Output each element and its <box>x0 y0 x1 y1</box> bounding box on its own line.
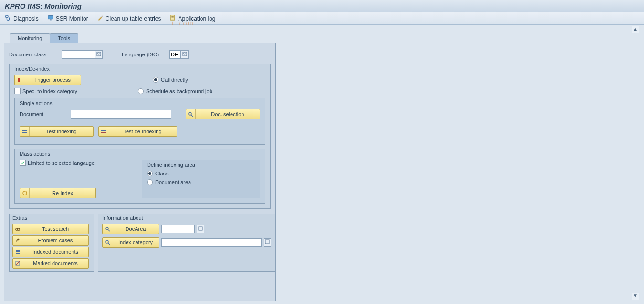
scroll-up-button[interactable]: ▲ <box>632 26 639 33</box>
group-mass-actions: Mass actions Limited to selected langaug… <box>14 149 265 204</box>
group-extras: Extras Test search Problem cases Indexed… <box>9 214 94 272</box>
tab-body-tools: Document class Language (ISO) Index/De-i… <box>4 43 276 301</box>
test-deindexing-button[interactable]: Test de-indexing <box>98 126 177 137</box>
button-label: Test indexing <box>30 129 93 134</box>
svg-point-1 <box>9 18 10 19</box>
button-label: Problem cases <box>22 238 88 243</box>
cleanup-button[interactable]: Clean up table entries <box>97 14 161 22</box>
docarea-f4-button[interactable] <box>197 225 204 233</box>
toolbar-label: Application log <box>178 15 215 22</box>
log-icon <box>169 14 176 22</box>
checkbox-label: Spec. to index category <box>22 88 77 94</box>
svg-point-6 <box>97 53 99 54</box>
group-info-about: Information about DocArea Index category <box>98 214 275 272</box>
trigger-process-button[interactable]: Trigger process <box>14 75 81 85</box>
svg-rect-20 <box>16 253 20 254</box>
indexcat-info-button[interactable]: Index category <box>102 237 159 248</box>
button-label: Index category <box>112 239 159 245</box>
window-title: KPRO IMS: Monitoring <box>0 0 644 12</box>
language-f4-button[interactable] <box>181 50 189 59</box>
area-class-radio[interactable] <box>147 171 153 176</box>
button-label: Test search <box>22 226 88 232</box>
radio-label: Document area <box>155 179 191 185</box>
svg-point-0 <box>6 15 8 18</box>
client-area: ▲ ▼ Monitoring Tools Document class Lang… <box>0 25 644 301</box>
diagnosis-button[interactable]: Diagnosis <box>5 14 39 22</box>
svg-rect-14 <box>101 130 106 131</box>
language-label: Language (ISO) <box>122 52 169 57</box>
radio-label: Call directly <box>161 77 188 83</box>
docarea-input[interactable] <box>161 225 195 233</box>
test-indexing-button[interactable]: Test indexing <box>20 126 94 137</box>
svg-rect-3 <box>50 20 52 21</box>
svg-rect-2 <box>48 16 53 19</box>
toolbar-label: Diagnosis <box>13 15 39 22</box>
limited-lang-checkbox[interactable] <box>20 160 26 166</box>
applog-button[interactable]: Application log <box>169 14 215 22</box>
test-search-button[interactable]: Test search <box>12 224 89 234</box>
indexed-docs-button[interactable]: Indexed documents <box>12 247 89 257</box>
group-title: Information about <box>102 215 271 221</box>
group-title: Index/De-index <box>14 66 265 72</box>
area-docarea-radio[interactable] <box>147 179 153 185</box>
svg-rect-25 <box>265 240 269 244</box>
group-define-area: Define indexing area Class Document area <box>142 160 260 198</box>
indexcat-input[interactable] <box>161 238 262 247</box>
svg-rect-23 <box>199 227 202 230</box>
scroll-down-button[interactable]: ▼ <box>632 293 639 300</box>
group-title: Single actions <box>20 100 260 106</box>
doc-class-f4-button[interactable] <box>95 50 103 59</box>
docarea-info-button[interactable]: DocArea <box>102 224 159 234</box>
radio-label: Schedule as background job <box>146 88 212 94</box>
binoculars-icon <box>13 224 22 234</box>
app-toolbar: Diagnosis SSR Monitor Clean up table ent… <box>0 12 644 25</box>
button-label: Marked documents <box>22 261 88 266</box>
doc-class-input[interactable] <box>62 50 95 59</box>
checkbox-label: Limited to selected langauge <box>28 160 95 166</box>
tab-monitoring[interactable]: Monitoring <box>10 33 50 43</box>
flag-icon <box>13 259 22 268</box>
problem-cases-button[interactable]: Problem cases <box>12 235 89 246</box>
search-icon <box>103 224 112 234</box>
svg-rect-9 <box>18 78 19 82</box>
indexcat-f4-button[interactable] <box>264 238 271 247</box>
svg-point-22 <box>106 227 108 230</box>
monitor-icon <box>47 14 54 22</box>
tab-tools[interactable]: Tools <box>50 33 78 43</box>
search-help-icon <box>265 239 270 245</box>
spec-index-cat-checkbox[interactable] <box>14 88 21 94</box>
svg-point-11 <box>189 112 191 115</box>
group-title: Mass actions <box>20 151 260 157</box>
svg-rect-12 <box>22 130 27 131</box>
button-label: Trigger process <box>24 77 81 83</box>
schedule-bg-radio[interactable] <box>138 88 144 94</box>
doc-selection-button[interactable]: Doc. selection <box>186 109 260 119</box>
document-label: Document <box>20 111 71 117</box>
deindex-icon <box>99 127 108 136</box>
call-directly-radio[interactable] <box>153 77 158 83</box>
stethoscope-icon <box>5 14 11 22</box>
execute-icon <box>15 75 24 85</box>
document-input[interactable] <box>71 110 171 119</box>
doc-class-label: Document class <box>9 52 62 57</box>
radio-label: Class <box>155 171 169 176</box>
ssr-monitor-button[interactable]: SSR Monitor <box>47 14 88 22</box>
group-single-actions: Single actions Document Doc. selection T… <box>14 98 265 145</box>
search-help-icon <box>96 52 101 57</box>
search-help-icon <box>182 52 187 57</box>
wrench-icon <box>13 236 22 245</box>
search-icon <box>103 238 112 247</box>
svg-point-24 <box>106 240 108 243</box>
svg-rect-10 <box>19 78 20 82</box>
svg-rect-19 <box>16 251 20 252</box>
refresh-icon <box>20 188 30 198</box>
group-title: Extras <box>12 215 91 221</box>
search-icon <box>186 109 196 119</box>
button-label: Doc. selection <box>196 111 260 117</box>
reindex-button[interactable]: Re-index <box>20 188 96 198</box>
index-icon <box>20 127 30 136</box>
language-input[interactable] <box>169 50 181 59</box>
marked-docs-button[interactable]: Marked documents <box>12 258 89 269</box>
button-label: Test de-indexing <box>108 129 177 134</box>
tabstrip: Monitoring Tools <box>10 33 640 43</box>
